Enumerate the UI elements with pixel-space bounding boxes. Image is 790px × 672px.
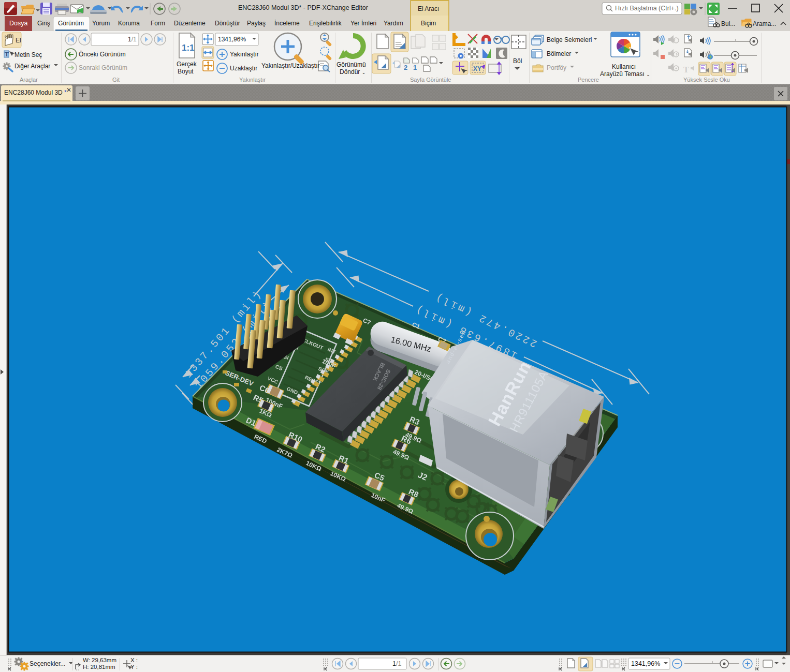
svg-text:1: 1 (413, 64, 417, 71)
svg-text:2: 2 (404, 64, 407, 71)
svg-text:T: T (683, 65, 689, 74)
svg-text:T: T (5, 51, 9, 58)
svg-text:XY: XY (473, 65, 481, 72)
svg-text:1:1: 1:1 (182, 43, 195, 53)
